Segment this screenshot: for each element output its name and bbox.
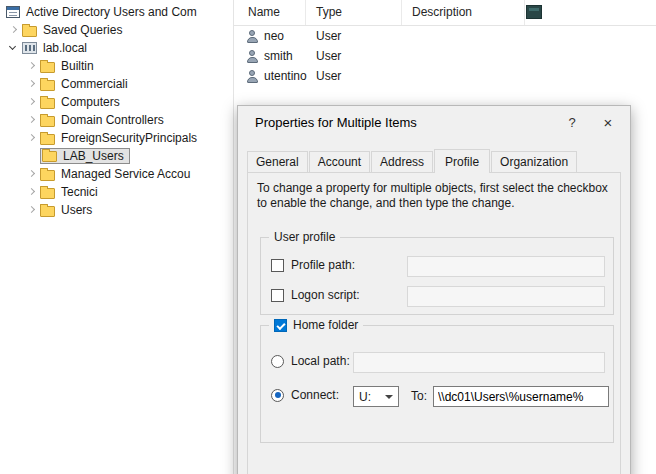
tree-item-label: Tecnici <box>59 185 100 199</box>
profile-tab-page: To change a property for multiple object… <box>247 172 621 474</box>
tree-item-computers[interactable]: Computers <box>0 93 233 111</box>
folder-icon <box>40 170 55 181</box>
folder-icon <box>40 116 55 127</box>
chevron-right-icon[interactable] <box>24 130 40 146</box>
connect-path-input[interactable] <box>433 386 609 407</box>
logon-script-row: Logon script: <box>271 288 360 302</box>
chevron-right-icon[interactable] <box>24 166 40 182</box>
group-label-text: User profile <box>274 230 335 244</box>
profile-path-label[interactable]: Profile path: <box>291 258 355 272</box>
logon-script-input <box>407 286 605 307</box>
tree-item-foreignsecurityprincipals[interactable]: ForeignSecurityPrincipals <box>0 129 233 147</box>
chevron-right-icon[interactable] <box>24 76 40 92</box>
tab-address[interactable]: Address <box>371 151 433 172</box>
console-root-icon <box>6 6 20 18</box>
home-folder-label[interactable]: Home folder <box>293 318 358 332</box>
tree-item-label: ForeignSecurityPrincipals <box>59 131 199 145</box>
tree-selection-box: LAB_Users <box>40 148 130 164</box>
connect-row: Connect: <box>271 388 339 402</box>
column-header-name[interactable]: Name <box>248 0 306 25</box>
folder-icon <box>22 26 37 37</box>
tree-item-users[interactable]: Users <box>0 201 233 219</box>
local-path-radio[interactable] <box>271 355 284 368</box>
logon-script-label[interactable]: Logon script: <box>291 288 360 302</box>
dialog-title: Properties for Multiple Items <box>255 106 417 140</box>
aduc-window: Active Directory Users and Com Saved Que… <box>0 0 656 474</box>
chevron-right-icon[interactable] <box>24 94 40 110</box>
local-path-row: Local path: <box>271 354 350 368</box>
tree-item-root[interactable]: Active Directory Users and Com <box>0 3 233 21</box>
home-folder-group-label: Home folder <box>269 318 363 332</box>
column-header-type[interactable]: Type <box>306 0 402 25</box>
user-profile-group: User profile Profile path: Logon script: <box>260 237 614 315</box>
tree-item-commerciali[interactable]: Commerciali <box>0 75 233 93</box>
tree-item-saved-queries[interactable]: Saved Queries <box>0 21 233 39</box>
tab-strip: General Account Address Profile Organiza… <box>247 150 578 172</box>
drive-select-value: U: <box>359 390 371 404</box>
chevron-right-icon[interactable] <box>24 184 40 200</box>
tree-item-label: Commerciali <box>59 77 130 91</box>
tree-item-label: Computers <box>59 95 122 109</box>
list-row-smith[interactable]: smith User <box>234 46 656 66</box>
tree-item-label: lab.local <box>41 41 89 55</box>
tree-item-label: LAB_Users <box>61 149 126 163</box>
local-path-input <box>353 352 605 373</box>
profile-path-input <box>407 256 605 277</box>
properties-dialog: Properties for Multiple Items ? × Genera… <box>237 105 631 474</box>
chevron-right-icon[interactable] <box>24 112 40 128</box>
profile-path-checkbox[interactable] <box>271 259 284 272</box>
local-path-label[interactable]: Local path: <box>291 354 350 368</box>
home-folder-checkbox[interactable] <box>274 319 287 332</box>
tree-item-managed-service-accounts[interactable]: Managed Service Accou <box>0 165 233 183</box>
folder-icon <box>40 188 55 199</box>
column-header-description[interactable]: Description <box>402 0 525 25</box>
drive-select[interactable]: U: <box>353 386 399 407</box>
list-row-neo[interactable]: neo User <box>234 26 656 46</box>
tab-profile[interactable]: Profile <box>434 149 490 173</box>
chevron-down-icon[interactable] <box>6 40 22 56</box>
cell-name: smith <box>264 49 316 63</box>
cell-name: utentino <box>264 69 316 83</box>
tab-general[interactable]: General <box>247 151 308 172</box>
folder-icon <box>40 206 55 217</box>
tree-item-label: Saved Queries <box>41 23 124 37</box>
chevron-right-icon[interactable] <box>24 202 40 218</box>
cell-type: User <box>316 29 412 43</box>
tree-item-label: Managed Service Accou <box>59 167 192 181</box>
chevron-right-icon[interactable] <box>6 22 22 38</box>
tab-organization[interactable]: Organization <box>491 151 577 172</box>
user-profile-group-label: User profile <box>269 230 340 244</box>
dialog-help-button[interactable]: ? <box>560 112 584 134</box>
tree-item-label: Active Directory Users and Com <box>24 5 199 19</box>
tree-item-lab-local[interactable]: lab.local <box>0 39 233 57</box>
tab-account[interactable]: Account <box>309 151 370 172</box>
cell-name: neo <box>264 29 316 43</box>
connect-label[interactable]: Connect: <box>291 388 339 402</box>
to-label: To: <box>411 389 427 403</box>
tree-item-builtin[interactable]: Builtin <box>0 57 233 75</box>
chevron-placeholder <box>24 148 40 164</box>
chevron-right-icon[interactable] <box>24 58 40 74</box>
instruction-text: To change a property for multiple object… <box>257 181 613 211</box>
dialog-close-button[interactable]: × <box>596 112 620 134</box>
user-icon <box>246 29 259 44</box>
list-header: Name Type Description <box>234 0 656 26</box>
cell-type: User <box>316 69 412 83</box>
connect-radio[interactable] <box>271 389 284 402</box>
folder-icon <box>40 98 55 109</box>
folder-icon <box>40 134 55 145</box>
logon-script-checkbox[interactable] <box>271 289 284 302</box>
profile-path-row: Profile path: <box>271 258 355 272</box>
folder-icon <box>42 151 57 162</box>
cell-type: User <box>316 49 412 63</box>
folder-icon <box>40 80 55 91</box>
console-tree-panel: Active Directory Users and Com Saved Que… <box>0 0 233 474</box>
tree-item-tecnici[interactable]: Tecnici <box>0 183 233 201</box>
tree-item-label: Builtin <box>59 59 96 73</box>
list-row-utentino[interactable]: utentino User <box>234 66 656 86</box>
tree-item-domain-controllers[interactable]: Domain Controllers <box>0 111 233 129</box>
tree-item-lab-users[interactable]: LAB_Users <box>0 147 233 165</box>
tree-item-label: Users <box>59 203 94 217</box>
domain-icon <box>22 42 37 54</box>
home-folder-group: Home folder Local path: Connect: U: To: <box>260 325 614 443</box>
